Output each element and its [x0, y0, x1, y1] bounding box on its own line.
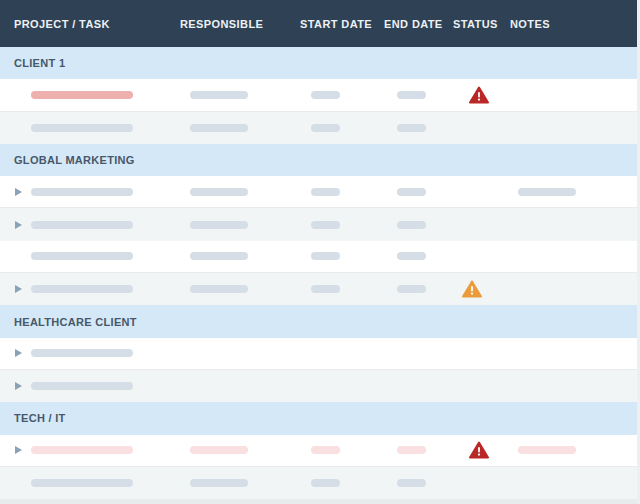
column-header-start-date[interactable]: START DATE	[300, 18, 372, 30]
start-placeholder-bar	[311, 479, 340, 487]
end-placeholder-bar	[397, 91, 426, 99]
section-label: TECH / IT	[14, 412, 66, 424]
start-placeholder-bar	[311, 124, 340, 132]
table-body: CLIENT 1GLOBAL MARKETINGHEALTHCARE CLIEN…	[0, 47, 637, 499]
task-placeholder-bar	[31, 188, 133, 196]
task-row[interactable]	[0, 273, 637, 305]
section-label: GLOBAL MARKETING	[14, 154, 135, 166]
notes-placeholder-bar	[518, 188, 576, 196]
section-label: CLIENT 1	[14, 57, 65, 69]
end-placeholder-bar	[397, 221, 426, 229]
section-label: HEALTHCARE CLIENT	[14, 316, 137, 328]
red-warning-triangle-icon[interactable]	[469, 86, 489, 104]
start-placeholder-bar	[311, 285, 340, 293]
task-row[interactable]	[0, 435, 637, 467]
column-header-notes[interactable]: NOTES	[510, 18, 550, 30]
task-row[interactable]	[0, 208, 637, 240]
section-row-healthcare-client[interactable]: HEALTHCARE CLIENT	[0, 305, 637, 337]
responsible-placeholder-bar	[190, 221, 248, 229]
column-header-project-task[interactable]: PROJECT / TASK	[14, 18, 110, 30]
orange-warning-triangle-icon[interactable]	[462, 280, 482, 298]
table-header-row: PROJECT / TASK RESPONSIBLE START DATE EN…	[0, 0, 637, 47]
task-placeholder-bar	[31, 252, 133, 260]
start-placeholder-bar	[311, 188, 340, 196]
responsible-placeholder-bar	[190, 479, 248, 487]
end-placeholder-bar	[397, 285, 426, 293]
section-row-client-1[interactable]: CLIENT 1	[0, 47, 637, 79]
column-header-status[interactable]: STATUS	[453, 18, 498, 30]
end-placeholder-bar	[397, 479, 426, 487]
notes-placeholder-bar	[518, 446, 576, 454]
column-header-end-date[interactable]: END DATE	[384, 18, 443, 30]
start-placeholder-bar	[311, 91, 340, 99]
expand-caret-icon[interactable]	[15, 382, 22, 390]
responsible-placeholder-bar	[190, 188, 248, 196]
task-placeholder-bar	[31, 124, 133, 132]
task-placeholder-bar	[31, 285, 133, 293]
task-row[interactable]	[0, 79, 637, 111]
end-placeholder-bar	[397, 124, 426, 132]
start-placeholder-bar	[311, 252, 340, 260]
task-row[interactable]	[0, 467, 637, 499]
expand-caret-icon[interactable]	[15, 349, 22, 357]
responsible-placeholder-bar	[190, 252, 248, 260]
end-placeholder-bar	[397, 252, 426, 260]
red-warning-triangle-icon[interactable]	[469, 441, 489, 459]
task-placeholder-bar	[31, 479, 133, 487]
expand-caret-icon[interactable]	[15, 285, 22, 293]
responsible-placeholder-bar	[190, 285, 248, 293]
start-placeholder-bar	[311, 221, 340, 229]
task-row[interactable]	[0, 370, 637, 402]
task-row[interactable]	[0, 241, 637, 273]
expand-caret-icon[interactable]	[15, 188, 22, 196]
task-placeholder-bar	[31, 349, 133, 357]
expand-caret-icon[interactable]	[15, 446, 22, 454]
task-row[interactable]	[0, 112, 637, 144]
task-placeholder-bar	[31, 221, 133, 229]
end-placeholder-bar	[397, 446, 426, 454]
task-placeholder-bar	[31, 382, 133, 390]
task-placeholder-bar	[31, 91, 133, 99]
project-task-table: PROJECT / TASK RESPONSIBLE START DATE EN…	[0, 0, 640, 504]
task-row[interactable]	[0, 338, 637, 370]
end-placeholder-bar	[397, 188, 426, 196]
task-placeholder-bar	[31, 446, 133, 454]
responsible-placeholder-bar	[190, 124, 248, 132]
start-placeholder-bar	[311, 446, 340, 454]
responsible-placeholder-bar	[190, 446, 248, 454]
section-row-tech-it[interactable]: TECH / IT	[0, 402, 637, 434]
section-row-global-marketing[interactable]: GLOBAL MARKETING	[0, 144, 637, 176]
column-header-responsible[interactable]: RESPONSIBLE	[180, 18, 263, 30]
expand-caret-icon[interactable]	[15, 221, 22, 229]
task-row[interactable]	[0, 176, 637, 208]
bottom-edge-strip	[0, 499, 640, 504]
responsible-placeholder-bar	[190, 91, 248, 99]
